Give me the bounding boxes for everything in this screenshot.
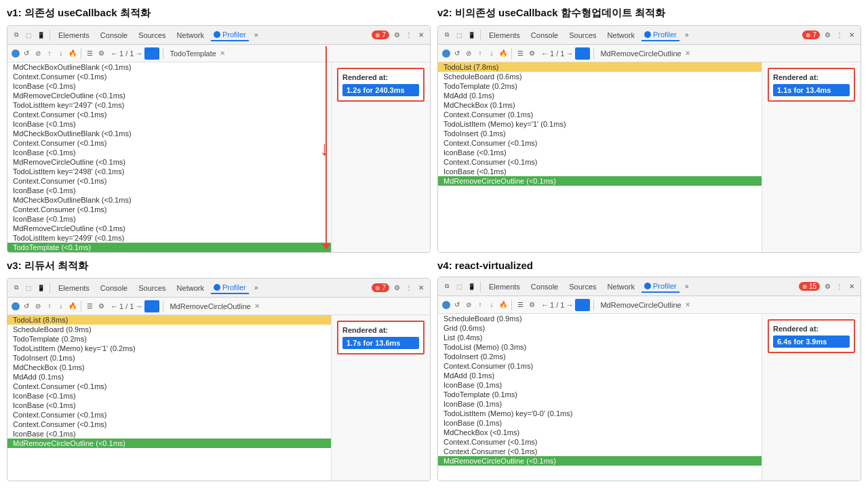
flame-icon[interactable]: 🔥 (498, 49, 508, 58)
list-item[interactable]: TodoList (7.8ms) (438, 62, 762, 72)
list-item[interactable]: Context.Consumer (0.1ms) (438, 361, 762, 371)
inspect-icon[interactable]: ⬚ (24, 30, 33, 40)
page-back-button[interactable]: ← (111, 49, 118, 58)
dock-icon[interactable]: ⧉ (442, 282, 452, 291)
more-icon[interactable]: ⋮ (404, 30, 414, 40)
page-forward-button[interactable]: → (135, 49, 142, 58)
upload-icon[interactable]: ↑ (45, 49, 54, 58)
dock-icon[interactable]: ⧉ (442, 30, 452, 40)
list-item[interactable]: List (0.4ms) (438, 333, 762, 342)
list-item[interactable]: TodoListItem (Memo) key='1' (0.2ms) (7, 344, 331, 353)
settings-icon[interactable]: ⚙ (823, 30, 832, 40)
refresh-icon[interactable]: ↺ (22, 49, 31, 58)
list-item[interactable]: IconBase (<0.1ms) (7, 119, 331, 129)
component-list[interactable]: ScheduleBoard (0.9ms)Grid (0.6ms)List (0… (438, 314, 762, 481)
list-item[interactable]: MdRemoveCircleOutline (<0.1ms) (7, 224, 331, 233)
list-item[interactable]: TodoList (Memo) (0.3ms) (438, 342, 762, 352)
list-item[interactable]: Context.Consumer (<0.1ms) (7, 382, 331, 391)
upload-icon[interactable]: ↑ (475, 300, 485, 310)
list-item[interactable]: IconBase (<0.1ms) (438, 148, 762, 157)
list-item[interactable]: MdCheckBox (0.1ms) (7, 363, 331, 372)
tab-elements[interactable]: Elements (485, 281, 524, 292)
list-item[interactable]: Context.Consumer (0.1ms) (438, 110, 762, 119)
list-item[interactable]: Context.Consumer (<0.1ms) (7, 72, 331, 81)
list-item[interactable]: IconBase (<0.1ms) (7, 391, 331, 401)
tab-console[interactable]: Console (96, 30, 132, 41)
tab-sources[interactable]: Sources (565, 30, 600, 41)
more-tabs-icon[interactable]: » (252, 30, 261, 40)
component-list[interactable]: MdCheckBoxOutlineBlank (<0.1ms)Context.C… (7, 62, 332, 252)
list-item[interactable]: IconBase (<0.1ms) (7, 214, 331, 224)
tab-sources[interactable]: Sources (134, 283, 170, 293)
device-icon[interactable]: 📱 (36, 283, 45, 293)
tab-sources[interactable]: Sources (134, 30, 170, 41)
tab-network[interactable]: Network (604, 281, 639, 292)
more-icon[interactable]: ⋮ (404, 283, 414, 293)
device-icon[interactable]: 📱 (467, 282, 476, 291)
tab-profiler[interactable]: Profiler (211, 282, 249, 294)
tab-console[interactable]: Console (527, 281, 562, 292)
record-button[interactable] (12, 49, 20, 58)
page-back-button[interactable]: ← (541, 301, 549, 309)
list-item[interactable]: Context.Consumer (<0.1ms) (7, 176, 331, 186)
tab-network[interactable]: Network (604, 30, 639, 41)
list-item[interactable]: IconBase (0.1ms) (438, 380, 762, 390)
refresh-icon[interactable]: ↺ (452, 49, 462, 58)
record-button[interactable] (442, 49, 450, 58)
list-item[interactable]: Context.Consumer (<0.1ms) (7, 138, 331, 148)
component-list[interactable]: TodoList (8.8ms)ScheduleBoard (0.9ms)Tod… (7, 315, 332, 481)
inspect-icon[interactable]: ⬚ (454, 282, 464, 291)
list-item[interactable]: Context.Consumer (<0.1ms) (7, 110, 331, 119)
list-item[interactable]: Context.Consumer (<0.1ms) (438, 447, 762, 456)
list-item[interactable]: TodoListItem (Memo) key='0-0' (0.1ms) (438, 409, 762, 418)
list-item[interactable]: Context.Consumer (<0.1ms) (7, 410, 331, 420)
list-item[interactable]: TodoInsert (0.1ms) (438, 129, 762, 138)
inspect-icon[interactable]: ⬚ (454, 30, 464, 40)
list-item[interactable]: IconBase (<0.1ms) (7, 81, 331, 91)
list-item[interactable]: MdRemoveCircleOutline (<0.1ms) (7, 439, 331, 448)
file-tab[interactable]: TodoTemplate✕ (170, 49, 226, 58)
file-tab[interactable]: MdRemoveCircleOutline✕ (600, 301, 691, 309)
page-forward-button[interactable]: → (566, 49, 573, 58)
refresh-icon[interactable]: ↺ (452, 300, 462, 310)
more-icon[interactable]: ⋮ (835, 282, 844, 291)
list-item[interactable]: Context.Consumer (<0.1ms) (438, 157, 762, 167)
close-icon[interactable]: ✕ (416, 30, 426, 40)
tab-network[interactable]: Network (173, 30, 208, 41)
device-icon[interactable]: 📱 (467, 30, 476, 40)
list-icon[interactable]: ☰ (515, 49, 525, 58)
list-item[interactable]: Context.Consumer (<0.1ms) (7, 420, 331, 429)
list-item[interactable]: IconBase (<0.1ms) (438, 167, 762, 176)
list-item[interactable]: IconBase (<0.1ms) (7, 148, 331, 157)
list-item[interactable]: MdCheckBoxOutlineBlank (<0.1ms) (7, 195, 331, 205)
list-item[interactable]: IconBase (0.1ms) (438, 418, 762, 428)
page-forward-button[interactable]: → (135, 302, 142, 310)
list-item[interactable]: TodoTemplate (<0.1ms) (7, 243, 331, 252)
gear-icon[interactable]: ⚙ (96, 49, 106, 58)
list-item[interactable]: MdAdd (0.1ms) (7, 372, 331, 382)
download-icon[interactable]: ↓ (487, 300, 496, 310)
device-icon[interactable]: 📱 (36, 30, 45, 40)
list-item[interactable]: TodoTemplate (0.2ms) (7, 334, 331, 344)
list-item[interactable]: Grid (0.6ms) (438, 323, 762, 333)
refresh-icon[interactable]: ↺ (22, 302, 31, 311)
file-tab[interactable]: MdRemoveCircleOutline✕ (170, 302, 260, 310)
list-item[interactable]: TodoInsert (0.1ms) (7, 353, 331, 363)
list-item[interactable]: MdAdd (0.1ms) (438, 91, 762, 100)
component-list[interactable]: TodoList (7.8ms)ScheduleBoard (0.6ms)Tod… (438, 62, 762, 252)
list-item[interactable]: MdRemoveCircleOutline (<0.1ms) (438, 176, 762, 186)
more-tabs-icon[interactable]: » (682, 282, 692, 291)
more-tabs-icon[interactable]: » (252, 283, 261, 293)
stop-icon[interactable]: ⊘ (464, 300, 473, 310)
tab-profiler[interactable]: Profiler (642, 29, 679, 41)
stop-icon[interactable]: ⊘ (33, 49, 43, 58)
list-item[interactable]: TodoListItem key='2497' (<0.1ms) (7, 100, 331, 110)
inspect-icon[interactable]: ⬚ (24, 283, 33, 293)
close-icon[interactable]: ✕ (416, 283, 426, 293)
list-item[interactable]: IconBase (<0.1ms) (7, 401, 331, 410)
list-item[interactable]: MdCheckBoxOutlineBlank (<0.1ms) (7, 129, 331, 138)
list-icon[interactable]: ☰ (85, 49, 94, 58)
more-icon[interactable]: ⋮ (835, 30, 844, 40)
file-tab[interactable]: MdRemoveCircleOutline✕ (600, 49, 691, 58)
list-icon[interactable]: ☰ (515, 300, 525, 310)
